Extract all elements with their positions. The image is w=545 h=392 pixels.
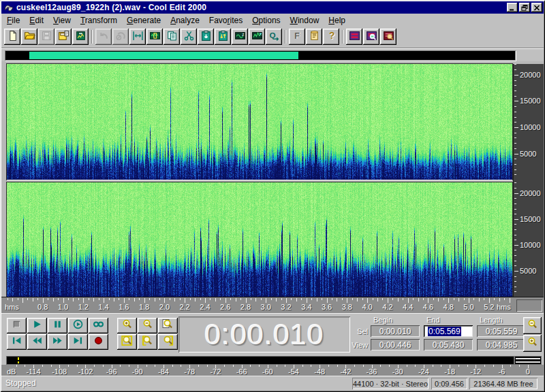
time-tick xyxy=(155,298,155,301)
time-display[interactable]: 0:00.010 xyxy=(178,316,350,353)
play-looped-button[interactable] xyxy=(68,318,88,333)
menu-item-transform[interactable]: Transform xyxy=(76,14,122,27)
waveform-view-button[interactable] xyxy=(346,29,362,45)
paste-button[interactable] xyxy=(198,29,214,45)
time-tick xyxy=(296,298,297,301)
zoom-out-button[interactable] xyxy=(138,318,157,333)
view-begin-field[interactable]: 0:00.446 xyxy=(371,339,420,350)
frequency-ruler[interactable]: 20000150001000050002000015000100005000 xyxy=(513,64,544,297)
convert-sample-type-button[interactable]: Q xyxy=(266,29,282,45)
sample-format-cell[interactable]: 44100 · 32-bit · Stereo xyxy=(352,378,429,389)
undo-button[interactable] xyxy=(95,29,112,45)
freq-tick xyxy=(514,287,516,287)
new-file-button[interactable] xyxy=(4,29,20,45)
file-overview-bar[interactable] xyxy=(5,51,515,60)
menu-item-window[interactable]: Window xyxy=(285,14,324,27)
freq-tick xyxy=(514,106,516,107)
close-button[interactable] xyxy=(531,3,542,12)
help-button[interactable]: ?? xyxy=(323,29,339,45)
db-tick-label: -78 xyxy=(184,368,195,376)
zoom-full-button[interactable] xyxy=(158,318,178,333)
time-tick xyxy=(12,298,13,301)
spectral-view-button[interactable] xyxy=(363,29,379,45)
free-space-cell[interactable]: 21364.48 MB free xyxy=(469,378,538,389)
view-length-field[interactable]: 0:04.985 xyxy=(477,339,526,350)
play-button[interactable] xyxy=(27,318,47,333)
total-time-cell[interactable]: 0:09.456 xyxy=(431,378,467,389)
clip-indicator[interactable] xyxy=(515,357,541,364)
zoom-in-button[interactable] xyxy=(117,318,137,333)
trim-button[interactable] xyxy=(129,29,146,45)
fast-forward-icon xyxy=(52,335,63,349)
svg-text:F: F xyxy=(294,30,300,40)
zoom-left-edge-button[interactable] xyxy=(138,334,157,350)
overview-view-segment[interactable] xyxy=(29,52,298,59)
adjust-sample-rate-button[interactable]: z xyxy=(232,29,248,45)
save-file-button[interactable] xyxy=(38,29,54,45)
db-tick xyxy=(493,365,494,367)
view-end-field[interactable]: 0:05.430 xyxy=(424,339,473,350)
zoom-out-vertical-icon xyxy=(527,318,538,333)
discard-undo-button[interactable] xyxy=(112,29,129,45)
menu-item-favorites[interactable]: Favorites xyxy=(204,14,247,27)
cool-edit-logo-icon[interactable] xyxy=(3,3,14,13)
restore-button[interactable] xyxy=(519,3,530,12)
go-to-end-button[interactable] xyxy=(68,334,88,350)
title-bar[interactable]: cuskeel12aug89_1922h (2).wav - Cool Edit… xyxy=(1,1,544,14)
time-tick xyxy=(373,298,373,300)
time-tick xyxy=(276,298,277,301)
sel-begin-field[interactable]: 0:00.010 xyxy=(371,325,420,337)
zoom-in-vertical-button[interactable] xyxy=(523,335,542,352)
time-tick xyxy=(438,298,439,301)
fast-forward-button[interactable] xyxy=(48,334,67,350)
spectrogram-left-channel[interactable] xyxy=(7,64,512,180)
time-ruler[interactable]: 0.81.01.21.41.61.82.02.22.42.62.83.03.23… xyxy=(1,297,544,313)
mix-paste-button[interactable] xyxy=(215,29,231,45)
menu-item-view[interactable]: View xyxy=(48,14,76,27)
menu-item-analyze[interactable]: Analyze xyxy=(166,14,204,27)
time-tick xyxy=(139,298,140,300)
insert-in-multitrack-button[interactable] xyxy=(249,29,265,45)
db-ruler[interactable]: -114-108-102-96-90-84-78-72-66-60-54-48-… xyxy=(1,365,544,376)
current-position-readout: 0:00.010 xyxy=(204,318,324,351)
record-icon xyxy=(93,335,104,349)
row-label-view: View xyxy=(350,341,368,349)
frequency-analysis-button[interactable]: FF xyxy=(289,29,305,45)
db-tick-label: -90 xyxy=(132,368,143,376)
freq-tick xyxy=(514,224,516,225)
menu-item-file[interactable]: File xyxy=(2,14,25,27)
time-tick xyxy=(180,298,181,300)
minimize-button[interactable] xyxy=(507,3,518,12)
menu-item-options[interactable]: Options xyxy=(247,14,285,27)
menu-item-edit[interactable]: Edit xyxy=(25,14,48,27)
save-copy-button[interactable] xyxy=(72,29,89,45)
pause-button[interactable] xyxy=(48,318,67,333)
cut-button[interactable] xyxy=(181,29,197,45)
zoom-right-edge-button[interactable] xyxy=(158,334,178,350)
save-as-button[interactable] xyxy=(55,29,72,45)
cd-player-view-button[interactable] xyxy=(380,29,396,45)
copy-button[interactable] xyxy=(164,29,180,45)
scripts-button[interactable] xyxy=(306,29,322,45)
time-tick-label: 2.8 xyxy=(240,303,251,311)
copy-to-new-button[interactable] xyxy=(146,29,163,45)
stop-button[interactable] xyxy=(7,318,27,333)
zoom-left-edge-icon xyxy=(142,335,153,349)
loop-button[interactable] xyxy=(89,318,108,333)
level-meter[interactable] xyxy=(7,357,514,364)
menu-item-generate[interactable]: Generate xyxy=(122,14,166,27)
zoom-out-vertical-button[interactable] xyxy=(523,317,542,334)
sel-length-field[interactable]: 0:05.559 xyxy=(477,325,526,337)
sel-end-field[interactable]: 0:05.569 xyxy=(424,325,473,337)
menu-item-help[interactable]: Help xyxy=(324,14,350,27)
zoom-to-selection-button[interactable] xyxy=(117,334,137,350)
go-to-beginning-button[interactable] xyxy=(7,334,27,350)
rewind-button[interactable] xyxy=(27,334,47,350)
time-tick xyxy=(433,298,434,300)
spectrogram-right-channel[interactable] xyxy=(7,182,512,297)
time-tick xyxy=(377,298,378,301)
open-file-button[interactable] xyxy=(21,29,37,45)
record-button[interactable] xyxy=(89,334,108,350)
db-tick-label: -60 xyxy=(262,368,273,376)
spectral-view-icon xyxy=(366,30,377,44)
